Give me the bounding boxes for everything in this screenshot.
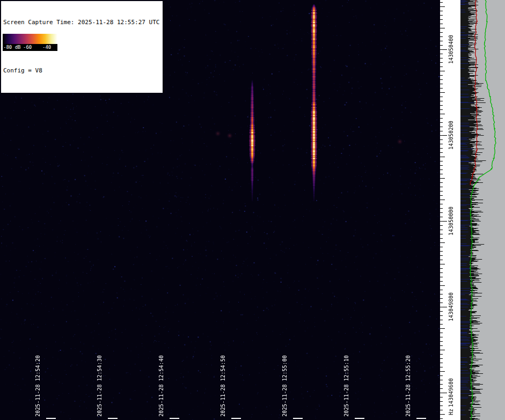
time-axis-label: 2025-11-28 12:54:20 — [34, 351, 41, 420]
spectrogram-display: Screen Capture Time: 2025-11-28 12:55:27… — [0, 0, 505, 420]
colorbar-label-min: -80 dB — [3, 45, 21, 50]
time-axis-label: 2025-11-28 12:55:20 — [405, 351, 412, 420]
colorbar-label-mid: -60 — [23, 45, 32, 50]
time-tick — [170, 418, 179, 419]
time-axis-label: 2025-11-28 12:55:00 — [281, 351, 288, 420]
time-axis-label: 2025-11-28 12:54:50 — [219, 351, 226, 420]
config-text: Config = V8 — [3, 67, 159, 75]
capture-time-text: Screen Capture Time: 2025-11-28 12:55:27… — [3, 18, 159, 26]
time-tick — [416, 418, 426, 419]
freq-unit-label: Hz — [448, 404, 455, 420]
colorbar-label-max: -40 — [42, 45, 51, 50]
time-tick — [108, 418, 118, 419]
freq-axis-label: 143050400 — [448, 28, 455, 71]
time-tick — [293, 418, 303, 419]
intensity-colorbar: -80 dB -60 -40 — [3, 34, 57, 51]
time-axis-label: 2025-11-28 12:54:40 — [158, 351, 165, 420]
time-axis-label: 2025-11-28 12:54:30 — [96, 351, 103, 420]
time-axis-label: 2025-11-28 12:55:10 — [343, 351, 350, 420]
time-tick — [231, 418, 241, 419]
time-tick — [355, 418, 364, 419]
freq-axis-label: 143049800 — [448, 285, 455, 328]
freq-axis-label: 143050000 — [448, 200, 455, 242]
time-tick — [46, 418, 56, 419]
colorbar-gradient — [3, 34, 57, 44]
freq-axis-label: 143050200 — [448, 114, 455, 157]
colorbar-labels: -80 dB -60 -40 — [3, 44, 57, 51]
spectrum-panel-canvas — [460, 0, 505, 420]
